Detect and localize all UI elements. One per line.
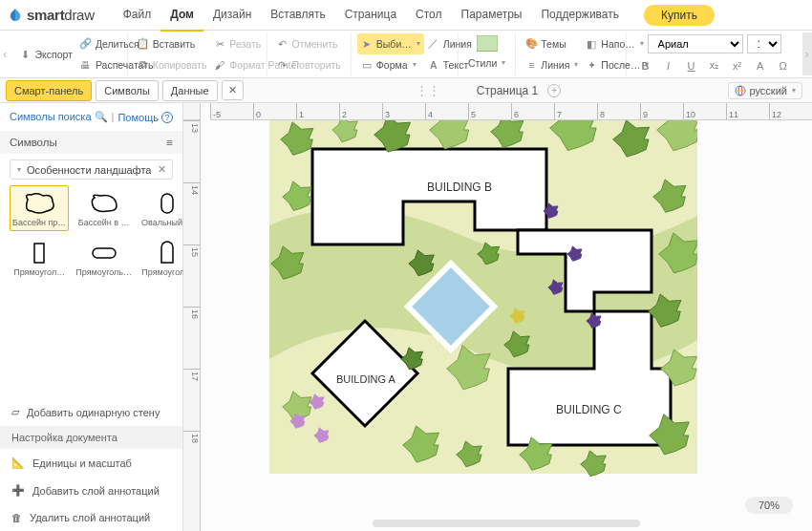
add-page-button[interactable]: + bbox=[547, 84, 561, 97]
fill-icon: ◧ bbox=[586, 38, 597, 50]
export-button[interactable]: ⬇Экспорт bbox=[15, 44, 75, 65]
ruler-horizontal: -50123456789101112 bbox=[210, 103, 812, 120]
add-layer-icon: ➕ bbox=[11, 484, 25, 497]
top-menubar: smartdraw ФайлДомДизайнВставлятьСтраница… bbox=[0, 0, 812, 31]
ribbon-toolbar: ‹ ⬇Экспорт 🔗Делиться 🖶Распечатать 📋Встав… bbox=[0, 31, 812, 78]
format-btn-2[interactable]: U bbox=[682, 57, 701, 74]
redo-icon: ↷ bbox=[277, 59, 288, 71]
copy-icon: ⧉ bbox=[138, 59, 149, 71]
search-icon: 🔍 bbox=[95, 111, 108, 122]
cut-icon: ✂ bbox=[214, 38, 225, 50]
canvas-area[interactable]: -50123456789101112 131415161718 BUI bbox=[183, 103, 812, 531]
menu-поддерживать[interactable]: Поддерживать bbox=[531, 0, 629, 32]
symbols-header: Символы ≡ bbox=[0, 131, 182, 154]
effects-icon: ✦ bbox=[586, 59, 597, 71]
menu-файл[interactable]: Файл bbox=[114, 0, 161, 32]
undo-icon: ↶ bbox=[277, 38, 288, 50]
format-btn-0[interactable]: B bbox=[636, 57, 655, 74]
ribbon-scroll-left[interactable]: ‹ bbox=[0, 32, 10, 75]
font-size-select[interactable]: 10 bbox=[747, 34, 781, 53]
ruler-corner bbox=[183, 103, 201, 120]
sidebar: Символы поиска 🔍 | Помощь ? Символы ≡ ▾ … bbox=[0, 103, 183, 531]
close-icon[interactable]: ✕ bbox=[158, 163, 166, 176]
cursor-icon: ➤ bbox=[361, 38, 373, 50]
themes-button[interactable]: 🎨Темы bbox=[522, 33, 582, 54]
menu-вставлять[interactable]: Вставлять bbox=[261, 0, 334, 32]
format-btn-1[interactable]: I bbox=[659, 57, 678, 74]
help-link[interactable]: Помощь ? bbox=[118, 111, 173, 123]
building-b-label: BUILDING B bbox=[427, 181, 492, 194]
menu-дом[interactable]: Дом bbox=[160, 0, 203, 32]
ruler-icon: 📐 bbox=[11, 457, 25, 469]
text-icon: A bbox=[428, 59, 439, 71]
font-family-select[interactable]: Ариал bbox=[648, 34, 743, 53]
remove-layer-icon: 🗑 bbox=[11, 512, 22, 523]
page-tab[interactable]: Страница 1 bbox=[477, 84, 538, 97]
paste-icon: 📋 bbox=[138, 38, 149, 50]
download-icon: ⬇ bbox=[19, 49, 31, 60]
brand-logo: smartdraw bbox=[8, 7, 95, 23]
drawing-canvas[interactable]: BUILDING B BUILDING A BUILDING C bbox=[201, 120, 812, 531]
tab-data[interactable]: Данные bbox=[162, 80, 218, 101]
format-btn-5[interactable]: A bbox=[751, 57, 770, 74]
menu-стол[interactable]: Стол bbox=[406, 0, 451, 32]
svg-rect-6 bbox=[93, 248, 116, 258]
symbol-4[interactable]: Прямоуголь… bbox=[73, 235, 135, 281]
globe-icon bbox=[735, 85, 746, 96]
units-scale-button[interactable]: 📐 Единицы и масштаб bbox=[0, 449, 182, 477]
tab-strip: Смарт-панель Символы Данные ✕ ⋮⋮ Страниц… bbox=[0, 78, 812, 103]
line-style-icon: ≡ bbox=[525, 59, 537, 71]
brush-icon: 🖌 bbox=[214, 59, 225, 71]
ribbon-scroll-right[interactable]: › bbox=[802, 32, 812, 75]
building-a-label: BUILDING A bbox=[336, 373, 395, 385]
format-btn-3[interactable]: x₂ bbox=[705, 57, 724, 74]
copy-button[interactable]: ⧉Копировать bbox=[134, 54, 211, 75]
main-menu: ФайлДомДизайнВставлятьСтраницаСтолПараме… bbox=[114, 0, 629, 32]
symbol-0[interactable]: Бассейн пр… bbox=[10, 185, 69, 231]
buy-button[interactable]: Купить bbox=[644, 5, 715, 26]
styles-swatch-icon[interactable] bbox=[477, 35, 498, 53]
paste-button[interactable]: 📋Вставить bbox=[134, 33, 211, 54]
symbol-3[interactable]: Прямоугол… bbox=[10, 235, 69, 281]
menu-параметры[interactable]: Параметры bbox=[452, 0, 532, 32]
undo-button[interactable]: ↶Отменить bbox=[273, 33, 345, 54]
remove-annotation-layer-button[interactable]: 🗑 Удалить слой аннотаций bbox=[0, 504, 182, 531]
search-symbols-link[interactable]: Символы поиска 🔍 bbox=[10, 111, 108, 123]
shape-icon: ▭ bbox=[361, 59, 373, 71]
share-icon: 🔗 bbox=[80, 38, 92, 50]
landscape-plan[interactable]: BUILDING B BUILDING A BUILDING C bbox=[269, 120, 697, 493]
doc-settings-header: Настройка документа bbox=[0, 426, 182, 449]
panel-drag-icon[interactable]: ⋮⋮ bbox=[416, 83, 440, 97]
ruler-vertical: 131415161718 bbox=[183, 120, 201, 531]
menu-страница[interactable]: Страница bbox=[335, 0, 406, 32]
svg-rect-0 bbox=[477, 35, 498, 52]
horizontal-scrollbar[interactable] bbox=[373, 520, 640, 527]
add-annotation-layer-button[interactable]: ➕ Добавить слой аннотаций bbox=[0, 477, 182, 504]
menu-icon[interactable]: ≡ bbox=[166, 137, 173, 148]
svg-rect-5 bbox=[34, 244, 44, 263]
symbol-1[interactable]: Бассейн в … bbox=[73, 185, 135, 231]
palette-icon: 🎨 bbox=[525, 38, 537, 50]
add-wall-button[interactable]: ▱ Добавить одинарную стену bbox=[0, 398, 182, 426]
symbol-category-tag[interactable]: ▾ Особенности ландшафта ✕ bbox=[10, 159, 173, 180]
format-btn-4[interactable]: x² bbox=[728, 57, 747, 74]
logo-icon bbox=[8, 8, 23, 23]
redo-button[interactable]: ↷Повторить bbox=[273, 54, 345, 75]
select-tool[interactable]: ➤Выби…▾ bbox=[357, 33, 424, 54]
language-selector[interactable]: русский▾ bbox=[728, 82, 802, 99]
line-icon: ／ bbox=[428, 38, 439, 50]
logo-prefix: smart bbox=[27, 7, 64, 23]
format-btn-6[interactable]: Ω bbox=[774, 57, 793, 74]
tab-symbols[interactable]: Символы bbox=[96, 80, 159, 101]
menu-дизайн[interactable]: Дизайн bbox=[203, 0, 261, 32]
shape-tool[interactable]: ▭Форма▾ bbox=[357, 54, 424, 75]
svg-rect-4 bbox=[161, 194, 173, 213]
styles-button[interactable]: Стили▾ bbox=[464, 53, 509, 74]
building-c-label: BUILDING C bbox=[556, 403, 622, 416]
logo-suffix: draw bbox=[64, 7, 94, 23]
print-icon: 🖶 bbox=[80, 59, 92, 71]
zoom-indicator[interactable]: 70% bbox=[745, 497, 793, 514]
tab-smart-panel[interactable]: Смарт-панель bbox=[6, 80, 92, 101]
line-style-button[interactable]: ≡Линия▾ bbox=[522, 54, 582, 75]
tab-close[interactable]: ✕ bbox=[222, 80, 244, 100]
